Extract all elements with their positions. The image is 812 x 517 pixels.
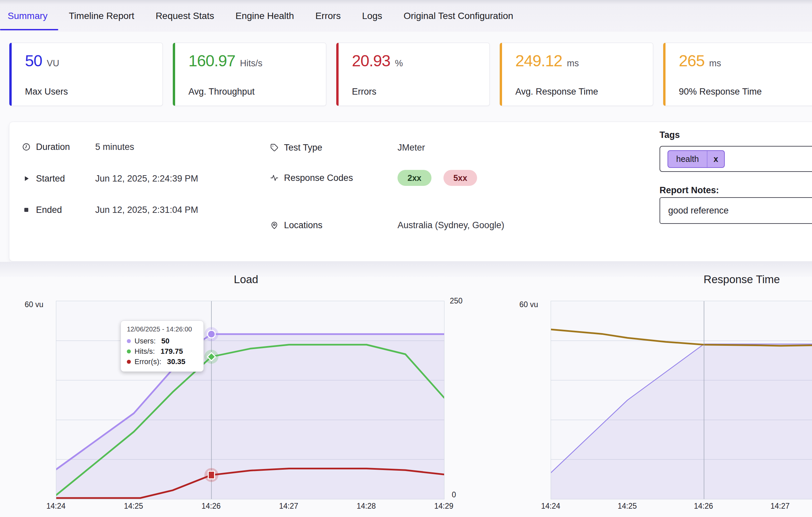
load-right-axis-min: 0 [452, 490, 456, 499]
chart-tooltip: 12/06/2025 - 14:26:00 Users:50 Hits/s:17… [120, 321, 204, 372]
users-series-dot [127, 339, 131, 343]
load-right-axis-max: 250 [450, 297, 462, 305]
load-y-axis-label: 60 vu [25, 300, 43, 309]
performance-report-page: Summary Timeline Report Request Stats En… [0, 0, 812, 517]
tooltip-hits-label: Hits/s: [135, 346, 155, 356]
hits-series-dot [127, 349, 131, 353]
tooltip-users-row: Users:50 [127, 336, 197, 346]
x-tick-label: 14:27 [771, 502, 790, 511]
tooltip-timestamp: 12/06/2025 - 14:26:00 [127, 325, 197, 333]
response-time-chart-svg [551, 301, 812, 499]
tooltip-errors-row: Error(s):30.35 [127, 356, 197, 367]
tooltip-users-label: Users: [135, 336, 156, 346]
response-time-chart-plot[interactable] [551, 301, 812, 499]
load-chart-title: Load [213, 273, 279, 286]
charts-section: Load Response Time 60 vu 250 0 60 vu 14:… [0, 0, 812, 517]
response-x-axis: 14:2414:2514:2614:27 [0, 502, 812, 512]
load-chart-svg [56, 301, 444, 499]
response-y-axis-label: 60 vu [519, 300, 538, 309]
tooltip-hits-row: Hits/s:179.75 [127, 346, 197, 356]
tooltip-hits-value: 179.75 [161, 346, 183, 356]
x-tick-label: 14:26 [694, 502, 713, 511]
x-tick-label: 14:24 [541, 502, 560, 511]
tooltip-errors-label: Error(s): [135, 356, 162, 367]
errors-series-dot [127, 360, 131, 364]
load-chart-plot[interactable] [56, 301, 444, 499]
tooltip-errors-value: 30.35 [167, 356, 185, 367]
x-tick-label: 14:25 [617, 502, 637, 511]
tooltip-users-value: 50 [162, 336, 170, 346]
response-time-chart-title: Response Time [691, 273, 793, 286]
